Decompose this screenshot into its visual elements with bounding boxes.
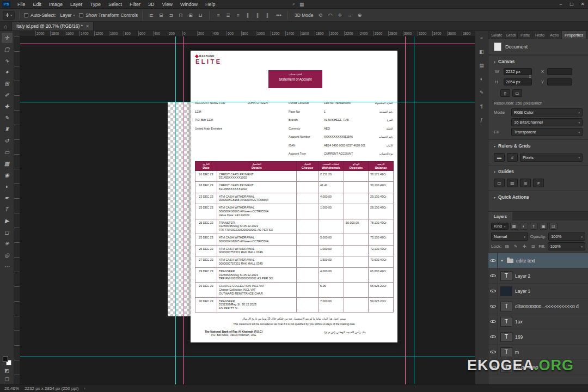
smart-object-filter-icon[interactable]: ⊡	[549, 223, 558, 230]
3d-slide-icon[interactable]: ↔	[346, 11, 354, 20]
lock-all-icon[interactable]: ⊡	[530, 243, 536, 250]
type-tool-icon[interactable]: T	[2, 204, 13, 215]
glyphs-panel-icon[interactable]: ƒ	[477, 115, 487, 124]
lasso-tool-icon[interactable]: ∿	[2, 56, 13, 66]
foreground-background-colors[interactable]	[3, 357, 11, 365]
bit-depth-dropdown[interactable]: 16 Bits/Channel▾	[511, 118, 583, 126]
vertical-margin-guide[interactable]	[183, 36, 184, 384]
vertical-guide[interactable]	[175, 36, 176, 384]
blur-tool-icon[interactable]: ◉	[2, 170, 13, 180]
panel-tab[interactable]: Swatc	[488, 31, 503, 39]
layer-thumbnail[interactable]: T	[500, 302, 512, 311]
layer-row[interactable]: ▼ T Layer 2	[488, 268, 588, 284]
toggle-grid-icon[interactable]: #	[507, 153, 518, 162]
quick-actions-section-header[interactable]: ▾ Quick Actions	[488, 191, 588, 202]
3d-pan-icon[interactable]: ✛	[336, 11, 345, 20]
canvas-x-input[interactable]	[547, 68, 572, 75]
canvas[interactable]: RAKBANK ELITE كشف حساب Statement of Acco…	[20, 36, 475, 384]
photoshop-logo[interactable]: Ps	[2, 1, 10, 8]
panel-tab[interactable]: Histo	[532, 31, 547, 39]
document-tab[interactable]: Italy id.psd @ 20.7% (RGB/16) * ×	[12, 22, 94, 30]
menu-item[interactable]: Layer	[66, 0, 87, 8]
menu-item[interactable]: File	[14, 0, 29, 8]
healing-brush-tool-icon[interactable]: ✚	[2, 101, 13, 112]
distribute-bottom-edges-icon[interactable]: ≡	[234, 11, 242, 20]
menu-item[interactable]: View	[158, 0, 176, 8]
canvas-y-input[interactable]	[547, 78, 572, 85]
layers-tab[interactable]: Layers	[488, 212, 512, 220]
shape-layer-filter-icon[interactable]: ▣	[540, 223, 548, 230]
layer-thumbnail[interactable]: T	[500, 271, 512, 281]
toggle-rulers-icon[interactable]: ▬	[494, 153, 505, 162]
adjustments-panel-icon[interactable]: ◐	[477, 75, 487, 83]
current-tool-icon[interactable]: ✛▾	[3, 11, 15, 20]
guides-visibility-icon[interactable]: ▥	[507, 179, 518, 187]
menu-item[interactable]: 3D	[144, 0, 158, 8]
edit-toolbar-icon[interactable]: ⋯	[2, 261, 13, 272]
hand-tool-icon[interactable]: ✳	[2, 238, 13, 249]
clone-stamp-tool-icon[interactable]: ♜	[2, 124, 13, 134]
gradient-tool-icon[interactable]: ▩	[2, 158, 13, 169]
lock-position-icon[interactable]: ✛	[521, 243, 528, 250]
panel-tab[interactable]: Properties	[562, 31, 586, 39]
crop-tool-icon[interactable]: ⊞	[2, 78, 13, 89]
align-horizontal-centers-icon[interactable]: ⊟	[157, 11, 166, 20]
maximize-button[interactable]: ▢	[566, 0, 577, 8]
vertical-guide[interactable]	[414, 36, 414, 384]
horizontal-guide[interactable]	[20, 102, 475, 102]
quick-mask-icon[interactable]: ◩	[4, 368, 9, 373]
menu-item[interactable]: Help	[201, 0, 219, 8]
menu-item[interactable]: Filter	[126, 0, 144, 8]
align-vertical-centers-icon[interactable]: ⊞	[186, 11, 195, 20]
visibility-eye-toggle[interactable]	[488, 299, 498, 314]
rectangular-marquee-tool-icon[interactable]: ▢	[2, 44, 13, 54]
ruler-units-dropdown[interactable]: Pixels▾	[520, 154, 583, 162]
align-top-edges-icon[interactable]: ⊓	[176, 11, 185, 20]
align-bottom-edges-icon[interactable]: ⊔	[196, 11, 205, 20]
canvas-fill-dropdown[interactable]: Transparent▾	[511, 128, 583, 136]
status-options-icon[interactable]: ›	[84, 386, 85, 391]
clear-guides-icon[interactable]: #	[533, 179, 544, 187]
auto-select-checkbox[interactable]: Auto-Select:	[24, 13, 56, 18]
pixel-layer-filter-icon[interactable]: ▦	[510, 223, 518, 230]
align-right-edges-icon[interactable]: ⊐	[167, 11, 175, 20]
visibility-eye-toggle[interactable]	[488, 253, 498, 268]
history-brush-tool-icon[interactable]: ↺	[2, 136, 13, 146]
horizontal-guide[interactable]	[20, 357, 475, 357]
distribute-vertical-centers-icon[interactable]: ≣	[224, 11, 232, 20]
lock-pixels-icon[interactable]: ✎	[512, 243, 519, 250]
search-icon[interactable]: ⌕	[292, 1, 295, 7]
canvas-height-input[interactable]: 2854 px	[504, 78, 532, 85]
move-tool-icon[interactable]: ✛	[2, 33, 13, 43]
visibility-eye-toggle[interactable]	[488, 314, 498, 329]
collapse-panels-icon[interactable]: «	[477, 34, 487, 42]
panel-tab[interactable]: Gradi	[503, 31, 518, 39]
vertical-ruler[interactable]	[14, 36, 20, 384]
eraser-tool-icon[interactable]: ▭	[2, 147, 13, 157]
pen-tool-icon[interactable]: ✒	[2, 193, 13, 203]
rulers-grids-section-header[interactable]: ▾ Rulers & Grids	[488, 139, 588, 151]
brush-settings-panel-icon[interactable]: ✎	[477, 88, 487, 97]
layer-row[interactable]: ▼ T 169	[488, 329, 588, 345]
link-dimensions-icon[interactable]: ∞	[528, 75, 532, 78]
layer-thumbnail[interactable]: T	[500, 332, 512, 342]
home-icon[interactable]: ⌂	[0, 22, 12, 30]
panel-tab[interactable]: Actio	[547, 31, 562, 39]
fill-dropdown[interactable]: 100%▾	[548, 242, 585, 250]
add-guides-icon[interactable]: ⊞	[520, 179, 531, 187]
vertical-margin-guide[interactable]	[405, 36, 406, 384]
horizontal-ruler[interactable]: 2000180016001400120010008006004002000200…	[20, 31, 475, 36]
close-button[interactable]: ✕	[577, 0, 588, 8]
auto-select-target-dropdown[interactable]: Layer ▾	[58, 12, 76, 19]
layer-thumbnail[interactable]: T	[500, 317, 512, 327]
type-layer-filter-icon[interactable]: T	[530, 223, 538, 230]
shape-tool-icon[interactable]: ◻	[2, 227, 13, 237]
visibility-eye-toggle[interactable]	[488, 284, 498, 298]
menu-item[interactable]: Edit	[29, 0, 46, 8]
layer-row[interactable]: ▼ T 1ax	[488, 314, 588, 329]
menu-item[interactable]: Select	[105, 0, 126, 8]
canvas-width-input[interactable]: 2232 px	[504, 68, 532, 75]
3d-roll-icon[interactable]: ◠	[326, 11, 335, 20]
minimize-button[interactable]: –	[555, 0, 566, 8]
canvas-section-header[interactable]: ▾ Canvas	[488, 55, 588, 66]
